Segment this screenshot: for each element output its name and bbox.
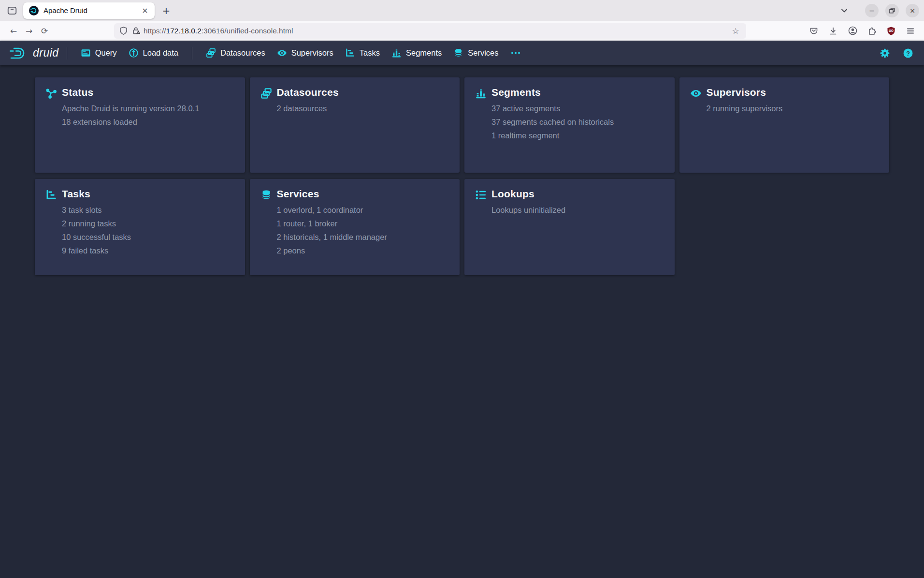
nav-item-segments[interactable]: Segments xyxy=(386,44,448,61)
url-bar[interactable]: https://172.18.0.2:30616/unified-console… xyxy=(114,23,746,39)
gantt-chart-icon xyxy=(345,48,355,58)
card-stat-line: 9 failed tasks xyxy=(62,246,131,255)
url-path: :30616/unified-console.html xyxy=(202,27,293,35)
tracking-shield-icon[interactable] xyxy=(119,26,128,35)
firefox-view-icon xyxy=(7,5,17,16)
nav-item-load-data[interactable]: Load data xyxy=(123,44,184,61)
status-cards-grid: Status Apache Druid is running version 2… xyxy=(0,65,924,275)
lock-warning-icon[interactable] xyxy=(131,26,141,35)
services-card[interactable]: Services 1 overlord, 1 coordinator1 rout… xyxy=(250,179,460,275)
card-title: Segments xyxy=(491,86,614,99)
graph-icon xyxy=(45,88,57,99)
home-view: Status Apache Druid is running version 2… xyxy=(0,65,924,578)
card-stat-line: 2 running tasks xyxy=(62,219,131,228)
restore-button[interactable] xyxy=(885,4,899,17)
card-title: Datasources xyxy=(277,86,339,99)
nav-item-supervisors[interactable]: Supervisors xyxy=(271,44,339,61)
settings-button[interactable] xyxy=(878,46,892,60)
ublock-shield-icon: UO xyxy=(886,26,896,36)
application-icon xyxy=(81,48,91,58)
navbar-right-controls: ? xyxy=(878,46,915,60)
card-stat-line: 2 running supervisors xyxy=(707,104,783,113)
card-title: Lookups xyxy=(491,188,565,200)
nav-label: Load data xyxy=(143,48,178,58)
card-stats: 2 datasources xyxy=(277,104,339,113)
account-icon xyxy=(848,26,858,36)
card-stats: Lookups uninitialized xyxy=(491,205,565,215)
extensions-puzzle-icon xyxy=(867,26,877,36)
url-text: https://172.18.0.2:30616/unified-console… xyxy=(144,27,729,35)
layered-rects-icon xyxy=(206,48,216,58)
nav-item-datasources[interactable]: Datasources xyxy=(200,44,271,61)
lookups-card[interactable]: Lookups Lookups uninitialized xyxy=(464,179,675,275)
help-button[interactable]: ? xyxy=(901,46,915,60)
forward-button[interactable]: → xyxy=(21,23,37,39)
reload-button[interactable]: ⟳ xyxy=(37,23,52,39)
tab-close-button[interactable]: × xyxy=(139,5,151,16)
properties-list-icon xyxy=(475,189,487,201)
card-stat-line: 1 overlord, 1 coordinator xyxy=(277,205,387,215)
pocket-icon xyxy=(809,26,819,36)
status-card[interactable]: Status Apache Druid is running version 2… xyxy=(35,77,245,173)
browser-tab[interactable]: Apache Druid × xyxy=(23,2,155,19)
nav-item-query[interactable]: Query xyxy=(75,44,123,61)
database-icon xyxy=(453,48,463,58)
segments-card[interactable]: Segments 37 active segments37 segments c… xyxy=(464,77,675,173)
card-stat-line: Apache Druid is running version 28.0.1 xyxy=(62,104,199,113)
tabbar-right-controls: − × xyxy=(837,3,919,18)
card-stat-line: 18 extensions loaded xyxy=(62,117,199,127)
druid-swirl-icon xyxy=(9,46,29,60)
gantt-chart-icon xyxy=(45,189,57,201)
card-stats: 3 task slots2 running tasks10 successful… xyxy=(62,205,131,255)
navbar-divider xyxy=(67,47,67,59)
hamburger-icon xyxy=(906,26,915,36)
list-all-tabs-button[interactable] xyxy=(837,3,852,18)
downloads-button[interactable] xyxy=(825,23,841,39)
pocket-button[interactable] xyxy=(806,23,822,39)
nav-more-button[interactable] xyxy=(505,44,527,61)
card-stat-line: 2 datasources xyxy=(277,104,339,113)
card-stat-line: 2 historicals, 1 middle manager xyxy=(277,232,387,242)
extensions-button[interactable] xyxy=(864,23,880,39)
new-tab-button[interactable]: + xyxy=(159,3,174,18)
card-stat-line: 3 task slots xyxy=(62,205,131,215)
eye-icon xyxy=(277,48,287,58)
ellipsis-icon xyxy=(510,48,521,58)
url-scheme: https:// xyxy=(144,27,166,35)
card-title: Status xyxy=(62,86,199,99)
layered-rects-icon xyxy=(260,88,272,99)
svg-text:?: ? xyxy=(906,50,910,57)
card-stat-line: 1 router, 1 broker xyxy=(277,219,387,228)
card-stat-line: 37 segments cached on historicals xyxy=(491,117,614,127)
nav-item-tasks[interactable]: Tasks xyxy=(339,44,386,61)
close-button[interactable]: × xyxy=(906,4,919,17)
tasks-card[interactable]: Tasks 3 task slots2 running tasks10 succ… xyxy=(35,179,245,275)
card-stat-line: 10 successful tasks xyxy=(62,232,131,242)
upload-arrow-icon xyxy=(129,48,139,58)
datasources-card[interactable]: Datasources 2 datasources xyxy=(250,77,460,173)
card-stats: 2 running supervisors xyxy=(707,104,783,113)
help-icon: ? xyxy=(903,48,913,59)
ublock-button[interactable]: UO xyxy=(883,23,899,39)
download-icon xyxy=(828,26,838,36)
account-button[interactable] xyxy=(845,23,860,39)
nav-item-services[interactable]: Services xyxy=(448,44,504,61)
restore-icon xyxy=(889,8,895,14)
gear-icon xyxy=(880,48,890,59)
chevron-down-icon xyxy=(840,7,848,15)
navbar-divider xyxy=(192,47,192,59)
card-stat-line: 2 peons xyxy=(277,246,387,255)
back-button[interactable]: ← xyxy=(6,23,21,39)
minimize-button[interactable]: − xyxy=(865,4,879,17)
firefox-view-button[interactable] xyxy=(4,2,20,19)
eye-icon xyxy=(690,88,702,99)
menu-button[interactable] xyxy=(903,23,918,39)
card-stat-line: Lookups uninitialized xyxy=(491,205,565,215)
segmented-bars-icon xyxy=(391,48,402,58)
nav-label: Segments xyxy=(406,48,442,58)
nav-label: Services xyxy=(468,48,498,58)
bookmark-star-button[interactable]: ☆ xyxy=(729,24,742,38)
nav-label: Query xyxy=(95,48,117,58)
supervisors-card[interactable]: Supervisors 2 running supervisors xyxy=(679,77,890,173)
druid-logo[interactable]: druid xyxy=(9,46,59,60)
